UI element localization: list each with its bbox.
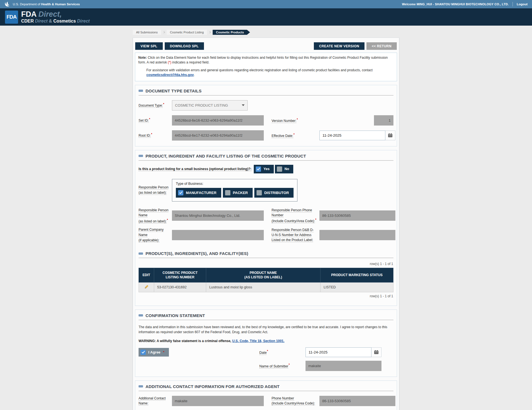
additional-contact-name-field: makaite <box>172 396 264 406</box>
calendar-icon[interactable] <box>371 347 381 357</box>
column-header-product-name: PRODUCT NAME(AS LISTED ON LABEL) <box>206 268 321 282</box>
name-of-submitter-field: makaite <box>306 361 381 371</box>
i-agree-toggle[interactable]: I Agree* <box>139 348 169 357</box>
breadcrumb-cosmetic-products[interactable]: Cosmetic Products <box>213 30 250 35</box>
view-spl-button[interactable]: VIEW SPL <box>135 42 163 50</box>
welcome-text: Welcome MING_HUI - SHANTOU MINGHUI BIOTE… <box>402 3 509 6</box>
brand-title: FDA Direct, CDER Direct & Cosmetics Dire… <box>21 10 90 23</box>
checkbox-unchecked-icon <box>257 190 262 195</box>
topbar-divider <box>513 2 513 6</box>
logout-link[interactable]: Logout <box>517 3 528 6</box>
confirmation-date-input[interactable] <box>306 347 371 357</box>
collapse-section-icon[interactable] <box>139 252 143 255</box>
cell-status: LISTED <box>321 282 393 292</box>
collapse-section-icon[interactable] <box>139 155 143 157</box>
section-title-confirmation: CONFIRMATION STATEMENT <box>146 313 205 318</box>
section-title-document-type: DOCUMENT TYPE DETAILS <box>146 89 201 93</box>
responsible-person-phone-label: Responsible Person Phone Number (Include… <box>272 208 319 224</box>
document-type-label: Document Type:* <box>139 102 172 108</box>
create-new-version-button[interactable]: CREATE NEW VERSION <box>314 42 364 50</box>
set-id-label: Set ID:* <box>139 117 172 123</box>
type-of-business-label: Type of Business: <box>176 182 294 186</box>
responsible-person-name-field: Shantou Minghui Biotechnology Co., Ltd. <box>172 210 264 221</box>
set-id-field: 44526bcd-6e16-6232-e063-6294a90a11f2 <box>172 115 264 126</box>
duns-number-label: Responsible Person D&B D-U-N-S Number fo… <box>272 227 319 242</box>
document-type-details-section: DOCUMENT TYPE DETAILS Document Type:* CO… <box>135 85 397 146</box>
root-id-label: Root ID:* <box>139 132 172 138</box>
contact-email-link[interactable]: cosmeticsdirect@fda.hhs.gov <box>146 73 194 77</box>
column-header-edit: EDIT <box>139 268 154 282</box>
duns-number-field <box>319 230 395 240</box>
business-type-distributor-toggle[interactable]: DISTRIBUTOR <box>254 188 294 198</box>
return-button[interactable]: << RETURN <box>366 42 397 50</box>
confirmation-statement-section: CONFIRMATION STATEMENT The data and info… <box>135 310 397 377</box>
fda-logo[interactable]: FDA <box>5 11 18 24</box>
chevron-right-icon <box>209 31 211 33</box>
chevron-down-icon <box>242 104 245 106</box>
collapse-section-icon[interactable] <box>139 90 143 92</box>
dept-text: U.S. Department of Health & Human Servic… <box>13 3 80 6</box>
phone-number-field: 86-133-53060585 <box>319 396 395 406</box>
name-of-submitter-label: Name of Submitter* <box>259 363 306 368</box>
collapse-section-icon[interactable] <box>139 314 143 316</box>
responsible-person-phone-field: 86-133-53060585 <box>319 210 395 221</box>
document-type-selected-value: COSMETIC PRODUCT LISTING <box>175 103 228 107</box>
checkbox-unchecked-icon <box>277 166 282 172</box>
checkbox-unchecked-icon <box>225 190 230 195</box>
checkbox-checked-icon <box>178 190 183 195</box>
government-topbar: U.S. Department of Health & Human Servic… <box>0 0 532 8</box>
row-count-top: row(s) 1 - 1 of 1 <box>139 262 393 266</box>
version-number-field: 1 <box>374 115 393 126</box>
edit-pencil-icon[interactable] <box>144 285 149 290</box>
product-ingredient-facility-section: PRODUCT, INGREDIENT AND FACILITY LISTING… <box>135 150 397 306</box>
row-count-bottom: row(s) 1 - 1 of 1 <box>139 294 393 298</box>
note-text: Note: Click on the Data Element Name for… <box>138 55 394 65</box>
column-header-listing-number: COSMETIC PRODUCTLISTING NUMBER <box>154 268 206 282</box>
cell-product-name: Lustrous and moist lip gloss <box>206 282 321 292</box>
type-of-business-box: Type of Business: MANUFACTURER PACKER DI… <box>172 179 297 202</box>
parent-company-label: Parent Company Name (if applicable): <box>139 227 172 243</box>
root-id-field: 44526bcd-6e17-6232-e063-6294a90a11f2 <box>172 130 264 141</box>
document-type-select[interactable]: COSMETIC PRODUCT LISTING <box>172 100 248 111</box>
business-type-packer-toggle[interactable]: PACKER <box>223 188 253 198</box>
table-row: 53-027130-431692 Lustrous and moist lip … <box>139 282 393 292</box>
breadcrumb-cosmetic-product-listing[interactable]: Cosmetic Product Listing <box>167 30 207 35</box>
business-type-manufacturer-toggle[interactable]: MANUFACTURER <box>176 188 221 198</box>
section-title-products: PRODUCT(S), INGREDIENT(S), AND FACILITY(… <box>146 251 248 256</box>
effective-date-label: Effective Date:* <box>272 132 319 138</box>
app-header: FDA FDA Direct, CDER Direct & Cosmetics … <box>0 8 532 26</box>
version-number-label: Version Number:* <box>272 117 319 123</box>
small-business-yes-toggle[interactable]: Yes <box>254 165 274 173</box>
cell-listing-number: 53-027130-431692 <box>154 282 206 292</box>
toolbar: VIEW SPL DOWNLOAD SPL CREATE NEW VERSION… <box>135 40 397 53</box>
breadcrumb-all-submissions[interactable]: All Submissions <box>133 30 161 35</box>
checkbox-checked-icon <box>141 350 146 355</box>
note-box: Note: Click on the Data Element Name for… <box>135 53 397 81</box>
breadcrumb: All Submissions Cosmetic Product Listing… <box>133 30 399 35</box>
download-spl-button[interactable]: DOWNLOAD SPL <box>165 42 204 50</box>
responsible-person-label: Responsible Person (as listed on label): <box>139 185 172 195</box>
section-title-additional-contact: ADDITIONAL CONTACT INFORMATION FOR AUTHO… <box>146 384 280 389</box>
section-title-product-listing: PRODUCT, INGREDIENT AND FACILITY LISTING… <box>146 154 306 158</box>
parent-company-field <box>172 230 264 240</box>
assistance-text: For assistance with validation errors an… <box>146 68 394 78</box>
main-panel: VIEW SPL DOWNLOAD SPL CREATE NEW VERSION… <box>133 38 399 410</box>
confirmation-statement-text: The data and information in this submiss… <box>139 325 393 335</box>
additional-contact-name-label: Additional Contact Name: <box>139 396 172 406</box>
checkbox-checked-icon <box>256 166 261 172</box>
phone-number-label: Phone Number (Include Country/Area Code)… <box>272 396 319 406</box>
us-code-link[interactable]: U.S. Code, Title 18, Section 1001. <box>232 339 285 343</box>
chevron-right-icon <box>162 31 165 33</box>
column-header-status: PRODUCT MARKETING STATUS <box>321 268 393 282</box>
small-business-question: Is this a product listing for a small bu… <box>139 167 252 171</box>
effective-date-input[interactable] <box>319 131 385 140</box>
warning-text: WARNING: A willfully false statement is … <box>139 339 393 343</box>
hhs-eagle-icon <box>4 1 11 7</box>
additional-contact-section: ADDITIONAL CONTACT INFORMATION FOR AUTHO… <box>135 380 397 410</box>
collapse-section-icon[interactable] <box>139 385 143 387</box>
small-business-no-toggle[interactable]: No <box>275 165 294 173</box>
calendar-icon[interactable] <box>385 131 395 140</box>
date-label: Date* <box>259 350 306 354</box>
products-table: EDIT COSMETIC PRODUCTLISTING NUMBER PROD… <box>139 268 393 292</box>
responsible-person-name-label: Responsible Person Name (as listed on la… <box>139 208 172 224</box>
